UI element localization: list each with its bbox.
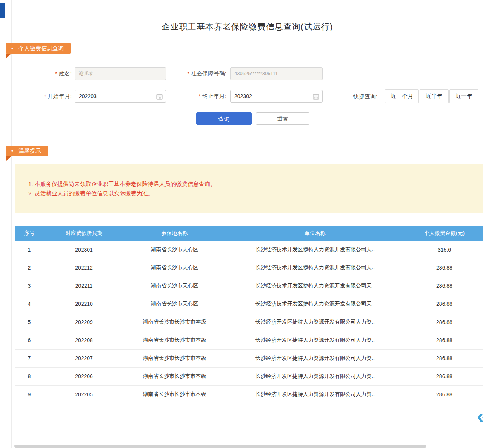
table-cell: 9: [15, 385, 43, 404]
calendar-icon[interactable]: [156, 94, 163, 100]
payment-records-table: 序号 对应费款所属期 参保地名称 单位名称 个人缴费金额(元) 1202301湖…: [15, 226, 483, 404]
name-field[interactable]: 谢旭泰: [75, 67, 166, 80]
sidebar-active-marker[interactable]: [0, 3, 5, 18]
table-cell: 湖南省长沙市长沙市市本级: [125, 349, 225, 367]
table-cell: 286.88: [406, 259, 483, 277]
table-cell: 湖南省长沙市天心区: [125, 259, 225, 277]
table-cell: 286.88: [406, 385, 483, 404]
name-label: *姓名:: [15, 67, 72, 80]
table-cell: 长沙经济技术开发区捷特人力资源开发有限公司天..: [225, 295, 406, 313]
table-cell: 3: [15, 277, 43, 295]
table-cell: 湖南省长沙市天心区: [125, 295, 225, 313]
calendar-icon[interactable]: [313, 94, 319, 100]
quick-button-oneyear[interactable]: 近一年: [449, 89, 478, 103]
table-body: 1202301湖南省长沙市天心区长沙经济技术开发区捷特人力资源开发有限公司天..…: [15, 241, 483, 404]
page-title: 企业职工基本养老保险缴费信息查询(试运行): [12, 21, 483, 32]
table-cell: 286.88: [406, 277, 483, 295]
table-cell: 6: [15, 331, 43, 349]
required-asterisk: *: [198, 93, 200, 99]
required-asterisk: *: [187, 71, 189, 77]
ssn-label: *社会保障号码:: [170, 67, 226, 80]
table-row: 6202208湖南省长沙市长沙市市本级长沙经济开发区捷特人力资源开发有限公司人力…: [15, 331, 483, 349]
table-cell: 286.88: [406, 331, 483, 349]
section-badge-tips-label: 温馨提示: [18, 147, 41, 154]
quick-button-halfyear[interactable]: 近半年: [420, 89, 449, 103]
table-cell: 湖南省长沙市长沙市市本级: [125, 385, 225, 404]
table-cell: 286.88: [406, 367, 483, 385]
table-header: 序号 对应费款所属期 参保地名称 单位名称 个人缴费金额(元): [15, 226, 483, 241]
quick-button-3months[interactable]: 近三个月: [385, 89, 419, 103]
table-cell: 1: [15, 241, 43, 259]
badge-fold-decoration: [6, 156, 11, 161]
required-asterisk: *: [44, 93, 46, 99]
table-row: 5202209湖南省长沙市长沙市市本级长沙经济开发区捷特人力资源开发有限公司人力…: [15, 313, 483, 331]
table-cell: 7: [15, 349, 43, 367]
table-cell: 315.6: [406, 241, 483, 259]
table-cell: 286.88: [406, 349, 483, 367]
table-row: 9202205湖南省长沙市长沙市市本级长沙经济开发区捷特人力资源开发有限公司人力…: [15, 385, 483, 404]
table-cell: 202208: [43, 331, 125, 349]
table-cell: 202206: [43, 367, 125, 385]
collapsed-sidebar: [0, 0, 11, 448]
table-row: 4202210湖南省长沙市天心区长沙经济技术开发区捷特人力资源开发有限公司天..…: [15, 295, 483, 313]
table-cell: 湖南省长沙市天心区: [125, 241, 225, 259]
table-cell: 202212: [43, 259, 125, 277]
bullet-icon: •: [11, 146, 13, 156]
end-month-field[interactable]: 202302: [230, 90, 323, 103]
table-cell: 长沙经济技术开发区捷特人力资源开发有限公司天..: [225, 259, 406, 277]
table-cell: 202207: [43, 349, 125, 367]
col-header-region: 参保地名称: [125, 226, 225, 241]
section-badge-tips: •温馨提示: [6, 146, 48, 156]
col-header-amount: 个人缴费金额(元): [406, 226, 483, 241]
table-row: 8202206湖南省长沙市长沙市市本级长沙经济开发区捷特人力资源开发有限公司人力…: [15, 367, 483, 385]
horizontal-scrollbar[interactable]: [14, 445, 426, 448]
table-cell: 湖南省长沙市天心区: [125, 277, 225, 295]
reset-button[interactable]: 重置: [256, 112, 309, 125]
page: 企业职工基本养老保险缴费信息查询(试运行) •个人缴费信息查询 *姓名: 谢旭泰…: [0, 0, 483, 448]
table-cell: 湖南省长沙市长沙市市本级: [125, 313, 225, 331]
table-cell: 8: [15, 367, 43, 385]
sidebar-divider: [5, 0, 5, 183]
ssn-field[interactable]: 430525******306111: [230, 67, 323, 80]
table-cell: 湖南省长沙市长沙市市本级: [125, 367, 225, 385]
table-row: 1202301湖南省长沙市天心区长沙经济技术开发区捷特人力资源开发有限公司天..…: [15, 241, 483, 259]
start-month-field[interactable]: 202203: [75, 90, 166, 103]
tips-panel: 1. 本服务仅提供尚未领取企业职工基本养老保险待遇人员的缴费信息查询。 2. 灵…: [15, 164, 483, 213]
table-cell: 286.88: [406, 313, 483, 331]
table-cell: 286.88: [406, 295, 483, 313]
table-cell: 长沙经济开发区捷特人力资源开发有限公司人力资..: [225, 349, 406, 367]
table-cell: 2: [15, 259, 43, 277]
start-month-label: *开始年月:: [15, 90, 72, 103]
section-badge-query-label: 个人缴费信息查询: [18, 45, 64, 51]
table-cell: 长沙经济技术开发区捷特人力资源开发有限公司天..: [225, 241, 406, 259]
table-cell: 长沙经济技术开发区捷特人力资源开发有限公司天..: [225, 277, 406, 295]
query-button[interactable]: 查询: [196, 112, 252, 125]
table-cell: 长沙经济开发区捷特人力资源开发有限公司人力资..: [225, 313, 406, 331]
table-row: 2202212湖南省长沙市天心区长沙经济技术开发区捷特人力资源开发有限公司天..…: [15, 259, 483, 277]
tip-line-2: 2. 灵活就业人员的缴费单位信息以实际缴费为准。: [28, 189, 483, 198]
table-cell: 长沙经济开发区捷特人力资源开发有限公司人力资..: [225, 367, 406, 385]
table-cell: 长沙经济开发区捷特人力资源开发有限公司人力资..: [225, 331, 406, 349]
table-cell: 5: [15, 313, 43, 331]
tip-line-1: 1. 本服务仅提供尚未领取企业职工基本养老保险待遇人员的缴费信息查询。: [28, 179, 483, 189]
table-cell: 202301: [43, 241, 125, 259]
table-row: 3202211湖南省长沙市天心区长沙经济技术开发区捷特人力资源开发有限公司天..…: [15, 277, 483, 295]
bullet-icon: •: [11, 43, 13, 54]
badge-fold-decoration: [6, 54, 11, 58]
end-month-label: *终止年月:: [170, 90, 226, 103]
table-cell: 4: [15, 295, 43, 313]
col-header-employer: 单位名称: [225, 226, 406, 241]
quick-query-label: 快捷查询:: [353, 90, 377, 103]
col-header-period: 对应费款所属期: [43, 226, 125, 241]
required-asterisk: *: [55, 71, 57, 77]
table-row: 7202207湖南省长沙市长沙市市本级长沙经济开发区捷特人力资源开发有限公司人力…: [15, 349, 483, 367]
collapse-chevron-icon[interactable]: «: [477, 407, 483, 425]
table-cell: 202209: [43, 313, 125, 331]
col-header-index: 序号: [15, 226, 43, 241]
table-cell: 长沙经济开发区捷特人力资源开发有限公司人力资..: [225, 385, 406, 404]
table-cell: 202205: [43, 385, 125, 404]
table-cell: 湖南省长沙市长沙市市本级: [125, 331, 225, 349]
table-cell: 202211: [43, 277, 125, 295]
section-badge-query: •个人缴费信息查询: [6, 43, 71, 54]
table-cell: 202210: [43, 295, 125, 313]
